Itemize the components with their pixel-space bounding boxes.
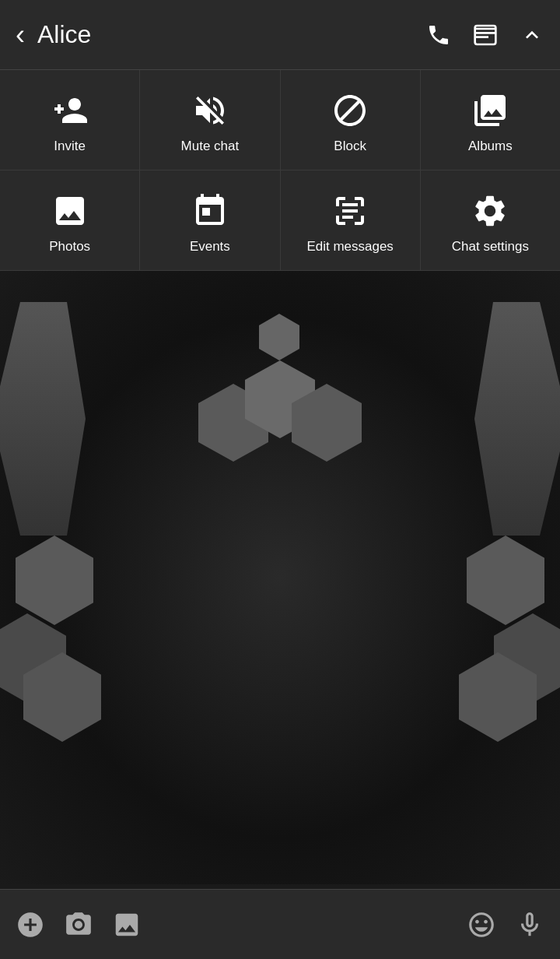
albums-label: Albums bbox=[468, 139, 513, 154]
notes-icon[interactable] bbox=[473, 23, 498, 47]
edit-messages-label: Edit messages bbox=[306, 239, 394, 255]
albums-icon bbox=[471, 92, 509, 129]
action-row-2: Photos Events Edit messages bbox=[0, 170, 560, 271]
phone-icon[interactable] bbox=[426, 23, 451, 47]
chevron-up-icon[interactable] bbox=[520, 23, 544, 47]
invite-button[interactable]: Invite bbox=[0, 70, 140, 170]
add-button[interactable] bbox=[16, 910, 45, 940]
action-grid: Invite Mute chat Block bbox=[0, 70, 560, 271]
hex-decorations bbox=[0, 271, 560, 884]
emoji-button[interactable] bbox=[467, 910, 496, 940]
albums-button[interactable]: Albums bbox=[421, 70, 560, 170]
camera-button[interactable] bbox=[64, 910, 93, 940]
header-title: Alice bbox=[37, 20, 426, 49]
mic-button[interactable] bbox=[515, 910, 544, 940]
action-row-1: Invite Mute chat Block bbox=[0, 70, 560, 170]
back-button[interactable]: ‹ bbox=[16, 19, 25, 51]
bottom-toolbar bbox=[0, 889, 560, 959]
block-button[interactable]: Block bbox=[281, 70, 421, 170]
chat-settings-label: Chat settings bbox=[452, 239, 529, 255]
right-arm-shape bbox=[474, 302, 560, 536]
left-arm-shape bbox=[0, 302, 86, 536]
block-label: Block bbox=[334, 139, 366, 154]
events-icon bbox=[191, 192, 229, 230]
gear-icon bbox=[471, 192, 509, 230]
person-add-icon bbox=[51, 92, 89, 129]
invite-label: Invite bbox=[54, 139, 86, 154]
hex-r1 bbox=[467, 536, 544, 625]
hex-top bbox=[259, 314, 299, 360]
mute-chat-button[interactable]: Mute chat bbox=[140, 70, 280, 170]
image-button[interactable] bbox=[112, 910, 142, 940]
bottom-left-icons bbox=[16, 910, 142, 940]
header-icons bbox=[426, 23, 544, 47]
mute-icon bbox=[191, 92, 229, 129]
events-label: Events bbox=[190, 239, 230, 255]
events-button[interactable]: Events bbox=[140, 170, 280, 270]
mute-chat-label: Mute chat bbox=[181, 139, 240, 154]
photos-label: Photos bbox=[49, 239, 90, 255]
hex-l1 bbox=[16, 536, 93, 625]
edit-messages-icon bbox=[331, 192, 369, 230]
bottom-right-icons bbox=[467, 910, 544, 940]
chat-settings-button[interactable]: Chat settings bbox=[421, 170, 560, 270]
edit-messages-button[interactable]: Edit messages bbox=[281, 170, 421, 270]
photos-button[interactable]: Photos bbox=[0, 170, 140, 270]
header: ‹ Alice bbox=[0, 0, 560, 70]
photos-icon bbox=[51, 192, 89, 230]
chat-background bbox=[0, 271, 560, 884]
block-icon bbox=[331, 92, 369, 129]
